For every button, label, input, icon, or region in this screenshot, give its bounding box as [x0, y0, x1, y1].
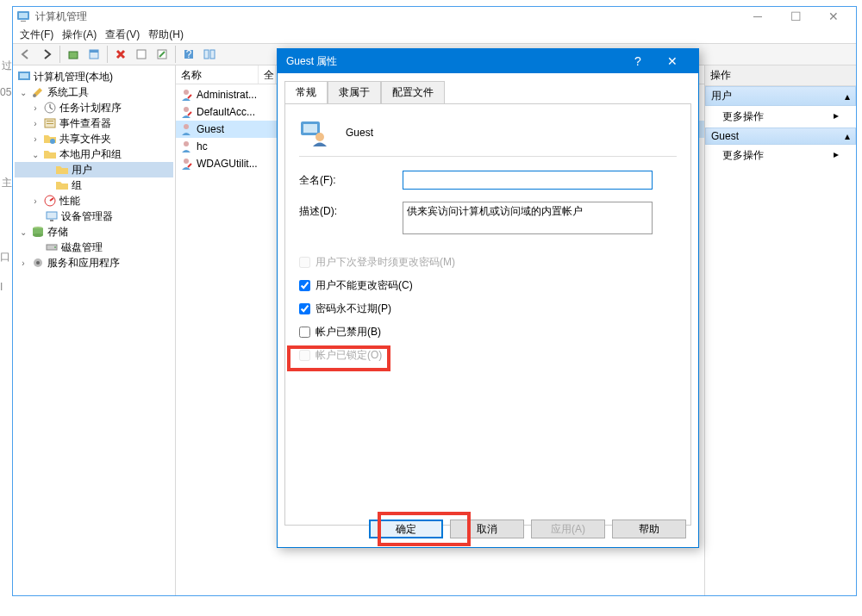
tree-device-manager[interactable]: 设备管理器: [15, 208, 173, 224]
close-button[interactable]: ✕: [815, 8, 853, 25]
tree-groups[interactable]: 组: [15, 177, 173, 193]
storage-icon: [31, 225, 45, 239]
dialog-titlebar: Guest 属性 ? ✕: [278, 49, 698, 73]
menu-file[interactable]: 文件(F): [20, 28, 53, 41]
apply-button[interactable]: 应用(A): [531, 520, 605, 538]
menu-view[interactable]: 查看(V): [105, 28, 140, 41]
tab-memberof[interactable]: 隶属于: [328, 81, 381, 104]
tree-storage[interactable]: ⌄存储: [15, 224, 173, 240]
svg-rect-11: [210, 50, 215, 59]
device-icon: [45, 209, 59, 223]
mmc-icon: [16, 9, 30, 23]
delete-button[interactable]: [111, 45, 130, 64]
chk-never-expire-box[interactable]: [299, 303, 310, 314]
folder-icon: [55, 163, 69, 177]
chk-locked-box: [299, 350, 310, 361]
col-name[interactable]: 名称: [176, 65, 259, 84]
clock-icon: [43, 101, 57, 115]
tree-performance[interactable]: ›性能: [15, 193, 173, 208]
help-button[interactable]: 帮助: [612, 520, 686, 538]
svg-point-25: [33, 233, 43, 237]
maximize-button[interactable]: ☐: [777, 8, 815, 25]
chevron-right-icon: ▸: [834, 109, 839, 124]
actions-title: 操作: [705, 65, 856, 86]
tree-services[interactable]: ›服务和应用程序: [15, 255, 173, 271]
tree-shared-folders[interactable]: ›共享文件夹: [15, 131, 173, 146]
svg-rect-3: [69, 52, 78, 59]
svg-rect-6: [137, 50, 146, 59]
tree-event-viewer[interactable]: ›事件查看器: [15, 115, 173, 131]
collapse-icon: ▴: [845, 90, 850, 103]
help-button[interactable]: ?: [179, 45, 198, 64]
svg-rect-36: [303, 124, 317, 133]
tree-users[interactable]: 用户: [15, 162, 173, 177]
chk-account-disabled-box[interactable]: [299, 327, 310, 338]
up-button[interactable]: [64, 45, 83, 64]
chevron-right-icon: ▸: [834, 148, 839, 163]
tree-system-tools[interactable]: ⌄系统工具: [15, 84, 173, 100]
main-titlebar: 计算机管理 ─ ☐ ✕: [13, 7, 856, 26]
svg-rect-17: [47, 121, 53, 121]
event-icon: [43, 116, 57, 130]
users-folder-icon: [43, 147, 57, 161]
close-button[interactable]: ✕: [655, 54, 690, 68]
svg-rect-10: [204, 50, 209, 59]
svg-point-34: [184, 159, 189, 164]
user-icon: [179, 157, 193, 171]
tree-disk-mgmt[interactable]: 磁盘管理: [15, 240, 173, 255]
svg-text:?: ?: [186, 48, 192, 60]
tree-root[interactable]: 计算机管理(本地): [15, 69, 173, 84]
tree-task-scheduler[interactable]: ›任务计划程序: [15, 100, 173, 115]
fullname-input[interactable]: [403, 171, 653, 190]
help-button[interactable]: ?: [621, 54, 655, 68]
tree-pane: 计算机管理(本地) ⌄系统工具 ›任务计划程序 ›事件查看器 ›共享文件夹 ⌄本…: [13, 65, 176, 595]
chk-account-disabled[interactable]: 帐户已禁用(B): [299, 325, 677, 339]
chk-cannot-change[interactable]: 用户不能更改密码(C): [299, 278, 677, 293]
tab-strip: 常规 隶属于 配置文件: [284, 80, 691, 103]
col-fullname[interactable]: 全: [259, 65, 276, 84]
chk-locked: 帐户已锁定(O): [299, 348, 677, 363]
svg-point-27: [54, 246, 56, 248]
refresh-button[interactable]: [132, 45, 151, 64]
collapse-icon: ▴: [845, 130, 850, 142]
svg-rect-21: [47, 212, 57, 219]
properties-button[interactable]: [84, 45, 103, 64]
actions-group-guest[interactable]: Guest▴: [705, 128, 856, 145]
cancel-button[interactable]: 取消: [450, 520, 524, 538]
tools-icon: [31, 85, 45, 99]
show-hide-button[interactable]: [200, 45, 219, 64]
minimize-button[interactable]: ─: [739, 8, 777, 25]
svg-rect-2: [21, 21, 26, 22]
svg-point-19: [50, 139, 55, 144]
chk-cannot-change-box[interactable]: [299, 280, 310, 291]
fullname-label: 全名(F):: [299, 171, 403, 188]
user-icon: [179, 88, 193, 102]
ok-button[interactable]: 确定: [369, 520, 443, 538]
svg-point-30: [184, 90, 189, 95]
menu-action[interactable]: 操作(A): [62, 28, 97, 41]
properties-dialog: Guest 属性 ? ✕ 常规 隶属于 配置文件 Guest 全名(F): 描述…: [277, 48, 699, 548]
svg-rect-5: [90, 50, 98, 53]
tab-general[interactable]: 常规: [284, 81, 328, 104]
description-label: 描述(D):: [299, 202, 403, 219]
user-icon: [179, 122, 193, 136]
shared-folder-icon: [43, 132, 57, 146]
chk-never-expire[interactable]: 密码永不过期(P): [299, 302, 677, 316]
tree-local-users[interactable]: ⌄本地用户和组: [15, 146, 173, 162]
services-icon: [31, 256, 45, 270]
main-title: 计算机管理: [35, 9, 739, 24]
dialog-title: Guest 属性: [286, 54, 621, 69]
description-input[interactable]: 供来宾访问计算机或访问域的内置帐户: [403, 202, 653, 234]
actions-more-1[interactable]: 更多操作▸: [705, 106, 856, 128]
export-button[interactable]: [153, 45, 172, 64]
user-icon: [179, 140, 193, 153]
actions-group-user[interactable]: 用户▴: [705, 86, 856, 106]
back-button[interactable]: [16, 45, 35, 64]
mmc-icon: [17, 70, 31, 84]
actions-more-2[interactable]: 更多操作▸: [705, 145, 856, 166]
tab-panel: Guest 全名(F): 描述(D): 供来宾访问计算机或访问域的内置帐户 用户…: [284, 103, 691, 526]
tab-profile[interactable]: 配置文件: [381, 81, 445, 104]
svg-rect-22: [50, 220, 53, 221]
forward-button[interactable]: [37, 45, 56, 64]
menu-help[interactable]: 帮助(H): [148, 28, 184, 41]
